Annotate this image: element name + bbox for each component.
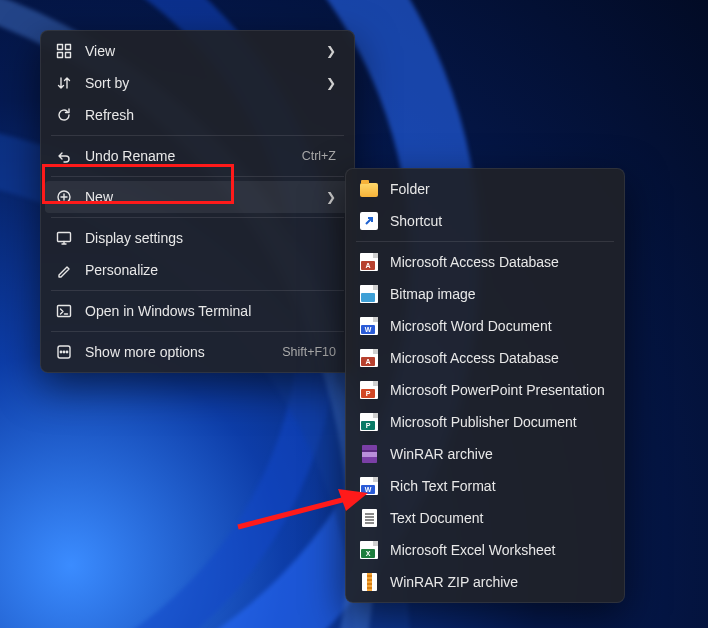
terminal-icon	[55, 302, 73, 320]
zip-icon	[360, 573, 378, 591]
svg-line-11	[238, 499, 346, 527]
chevron-right-icon: ❯	[326, 190, 336, 204]
bitmap-icon	[360, 285, 378, 303]
submenu-label: Microsoft PowerPoint Presentation	[390, 382, 606, 398]
menu-label: Sort by	[85, 75, 290, 91]
svg-point-10	[66, 351, 67, 352]
menu-item-personalize[interactable]: Personalize	[45, 254, 350, 286]
rar-icon	[360, 445, 378, 463]
submenu-item-rar[interactable]: WinRAR archive	[350, 438, 620, 470]
menu-label: New	[85, 189, 290, 205]
new-icon	[55, 188, 73, 206]
menu-item-new[interactable]: New ❯	[45, 181, 350, 213]
access-icon: A	[360, 349, 378, 367]
menu-item-refresh[interactable]: Refresh	[45, 99, 350, 131]
submenu-item-rtf[interactable]: WRich Text Format	[350, 470, 620, 502]
submenu-label: Microsoft Access Database	[390, 350, 606, 366]
svg-rect-1	[66, 45, 71, 50]
chevron-right-icon: ❯	[326, 76, 336, 90]
menu-label: Display settings	[85, 230, 336, 246]
sort-icon	[55, 74, 73, 92]
menu-separator	[51, 331, 344, 332]
menu-item-open-terminal[interactable]: Open in Windows Terminal	[45, 295, 350, 327]
submenu-label: Microsoft Excel Worksheet	[390, 542, 606, 558]
submenu-item-xls[interactable]: XMicrosoft Excel Worksheet	[350, 534, 620, 566]
submenu-label: WinRAR ZIP archive	[390, 574, 606, 590]
submenu-item-zip[interactable]: WinRAR ZIP archive	[350, 566, 620, 598]
personalize-icon	[55, 261, 73, 279]
shortcut-text: Shift+F10	[282, 345, 336, 359]
menu-item-show-more-options[interactable]: Show more options Shift+F10	[45, 336, 350, 368]
new-submenu: FolderShortcutAMicrosoft Access Database…	[345, 168, 625, 603]
menu-label: Personalize	[85, 262, 336, 278]
menu-label: Open in Windows Terminal	[85, 303, 336, 319]
submenu-label: Rich Text Format	[390, 478, 606, 494]
more-icon	[55, 343, 73, 361]
submenu-item-folder[interactable]: Folder	[350, 173, 620, 205]
submenu-item-access[interactable]: AMicrosoft Access Database	[350, 342, 620, 374]
submenu-label: Shortcut	[390, 213, 606, 229]
folder-icon	[360, 180, 378, 198]
menu-label: Undo Rename	[85, 148, 266, 164]
submenu-item-shortcut[interactable]: Shortcut	[350, 205, 620, 237]
menu-separator	[51, 176, 344, 177]
undo-icon	[55, 147, 73, 165]
submenu-label: WinRAR archive	[390, 446, 606, 462]
svg-rect-3	[66, 53, 71, 58]
display-icon	[55, 229, 73, 247]
menu-item-undo-rename[interactable]: Undo Rename Ctrl+Z	[45, 140, 350, 172]
submenu-label: Microsoft Word Document	[390, 318, 606, 334]
pub-icon: P	[360, 413, 378, 431]
menu-label: Refresh	[85, 107, 336, 123]
svg-point-9	[63, 351, 64, 352]
submenu-label: Folder	[390, 181, 606, 197]
txt-icon	[360, 509, 378, 527]
desktop-context-menu: View ❯ Sort by ❯ Refresh Undo Rename Ctr…	[40, 30, 355, 373]
refresh-icon	[55, 106, 73, 124]
shortcut-icon	[360, 212, 378, 230]
menu-separator	[51, 290, 344, 291]
view-icon	[55, 42, 73, 60]
svg-rect-0	[58, 45, 63, 50]
xls-icon: X	[360, 541, 378, 559]
menu-separator	[356, 241, 614, 242]
submenu-label: Microsoft Access Database	[390, 254, 606, 270]
svg-rect-2	[58, 53, 63, 58]
menu-item-sort-by[interactable]: Sort by ❯	[45, 67, 350, 99]
rtf-icon: W	[360, 477, 378, 495]
submenu-label: Text Document	[390, 510, 606, 526]
submenu-label: Bitmap image	[390, 286, 606, 302]
menu-label: View	[85, 43, 290, 59]
chevron-right-icon: ❯	[326, 44, 336, 58]
ppt-icon: P	[360, 381, 378, 399]
menu-label: Show more options	[85, 344, 246, 360]
submenu-item-pub[interactable]: PMicrosoft Publisher Document	[350, 406, 620, 438]
shortcut-text: Ctrl+Z	[302, 149, 336, 163]
submenu-item-txt[interactable]: Text Document	[350, 502, 620, 534]
submenu-item-ppt[interactable]: PMicrosoft PowerPoint Presentation	[350, 374, 620, 406]
submenu-item-word[interactable]: WMicrosoft Word Document	[350, 310, 620, 342]
menu-separator	[51, 217, 344, 218]
word-icon: W	[360, 317, 378, 335]
svg-rect-5	[58, 233, 71, 242]
svg-point-8	[60, 351, 61, 352]
submenu-item-bitmap[interactable]: Bitmap image	[350, 278, 620, 310]
submenu-label: Microsoft Publisher Document	[390, 414, 606, 430]
submenu-item-access[interactable]: AMicrosoft Access Database	[350, 246, 620, 278]
menu-item-view[interactable]: View ❯	[45, 35, 350, 67]
svg-rect-6	[58, 306, 71, 317]
menu-separator	[51, 135, 344, 136]
menu-item-display-settings[interactable]: Display settings	[45, 222, 350, 254]
access-icon: A	[360, 253, 378, 271]
